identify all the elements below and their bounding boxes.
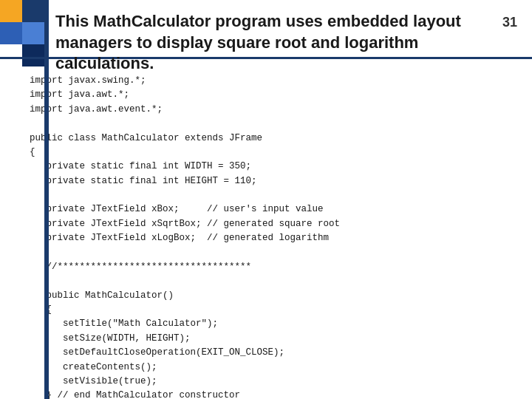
slide-number: 31 [502,11,517,30]
title-line2: managers to display square root and loga… [55,33,418,73]
slide-title: This MathCalculator program uses embedde… [55,11,488,75]
code-block: import javax.swing.*; import java.awt.*;… [30,74,510,399]
left-vertical-bar [44,0,49,399]
slide: This MathCalculator program uses embedde… [0,0,532,399]
code-section: import javax.swing.*; import java.awt.*;… [0,59,532,399]
slide-header: This MathCalculator program uses embedde… [0,0,532,59]
title-line1: This MathCalculator program uses embedde… [55,12,461,30]
